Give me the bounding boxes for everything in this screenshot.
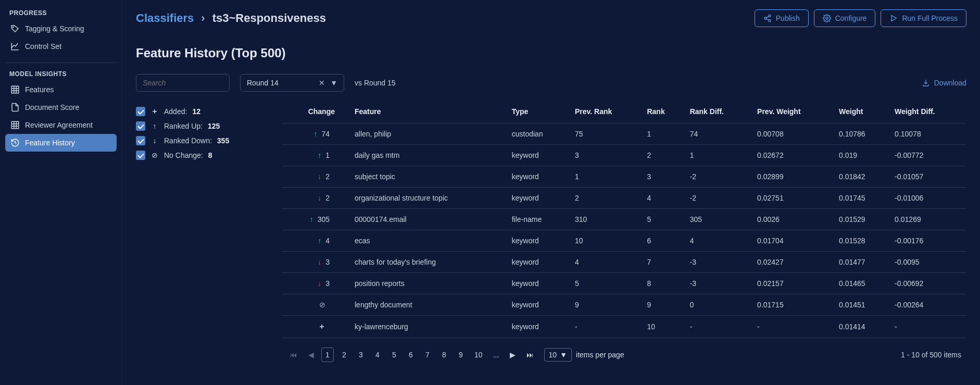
sidebar-item-control-set[interactable]: Control Set <box>5 38 117 55</box>
cell-prev-weight: 0.01704 <box>752 230 834 252</box>
plus-icon: ＋ <box>150 107 159 116</box>
sidebar-item-label: Document Score <box>25 103 79 111</box>
checkbox[interactable] <box>136 107 145 116</box>
svg-marker-7 <box>891 16 896 21</box>
page-number[interactable]: 4 <box>371 347 384 362</box>
sidebar-item-reviewer-agreement[interactable]: Reviewer Agreement <box>5 116 117 134</box>
grid-icon <box>10 85 20 94</box>
col-type[interactable]: Type <box>507 102 570 123</box>
cell-prev-rank: 5 <box>570 273 642 294</box>
sidebar-item-feature-history[interactable]: Feature History <box>5 134 117 152</box>
cell-feature: subject topic <box>349 166 507 188</box>
table-row[interactable]: ↑30500000174.emailfile-name31053050.0026… <box>282 209 966 230</box>
cell-weight: 0.01465 <box>834 273 889 294</box>
filter-no-change[interactable]: ⊘ No Change: 8 <box>136 148 271 163</box>
cell-type: keyword <box>507 188 570 209</box>
chevron-down-icon[interactable]: ▼ <box>330 79 337 87</box>
page-number[interactable]: 6 <box>405 347 417 362</box>
page-last-button[interactable]: ⏭ <box>523 347 537 362</box>
round-select[interactable]: Round 14 ✕ ▼ <box>240 74 344 92</box>
clear-icon[interactable]: ✕ <box>319 79 325 87</box>
arrow-down-icon: ↓ <box>318 172 321 181</box>
svg-point-3 <box>769 15 771 17</box>
cell-prev-rank: 3 <box>570 145 642 166</box>
filter-label: Ranked Up: <box>164 122 203 130</box>
table-row[interactable]: ↑74allen, philipcustodian751740.007080.1… <box>282 123 966 145</box>
toolbar: Round 14 ✕ ▼ vs Round 15 Download <box>136 74 966 92</box>
search-input[interactable] <box>136 74 230 92</box>
col-rank-diff[interactable]: Rank Diff. <box>685 102 752 123</box>
cell-prev-rank: 4 <box>570 252 642 273</box>
cell-prev-rank: 10 <box>570 230 642 252</box>
page-number[interactable]: 8 <box>438 347 450 362</box>
sidebar-item-tagging[interactable]: Tagging & Scoring <box>5 20 117 38</box>
table-row[interactable]: ↓3charts for today's briefingkeyword47-3… <box>282 252 966 273</box>
cell-rank-diff: - <box>685 316 752 338</box>
table-row[interactable]: ⊘lengthy documentkeyword9900.017150.0145… <box>282 294 966 316</box>
col-rank[interactable]: Rank <box>642 102 684 123</box>
linechart-icon <box>10 42 20 51</box>
cell-prev-weight: 0.01715 <box>752 294 834 316</box>
download-label: Download <box>934 79 966 87</box>
download-icon <box>922 79 930 87</box>
filter-ranked-up[interactable]: ↑ Ranked Up: 125 <box>136 119 271 133</box>
cell-weight: 0.01745 <box>834 188 889 209</box>
page-number[interactable]: 10 <box>471 347 486 362</box>
table-row[interactable]: ↑4ecaskeyword10640.017040.01528-0.00176 <box>282 230 966 252</box>
table-row[interactable]: ↓2organizational structure topickeyword2… <box>282 188 966 209</box>
sidebar-item-document-score[interactable]: Document Score <box>5 98 117 116</box>
table-row[interactable]: ↓2subject topickeyword13-20.028990.01842… <box>282 166 966 188</box>
breadcrumb-parent[interactable]: Classifiers <box>136 11 194 25</box>
cell-prev-weight: 0.02751 <box>752 188 834 209</box>
filter-label: No Change: <box>164 151 203 159</box>
checkbox[interactable] <box>136 136 145 145</box>
page-next-button[interactable]: ▶ <box>507 347 519 362</box>
configure-button[interactable]: Configure <box>814 9 876 27</box>
cell-prev-rank: 2 <box>570 188 642 209</box>
col-feature[interactable]: Feature <box>349 102 507 123</box>
sidebar-item-features[interactable]: Features <box>5 81 117 98</box>
download-button[interactable]: Download <box>922 79 966 87</box>
page-number[interactable]: 5 <box>388 347 400 362</box>
col-weight-diff[interactable]: Weight Diff. <box>889 102 966 123</box>
feature-table: Change Feature Type Prev. Rank Rank Rank… <box>282 102 966 338</box>
filter-count: 355 <box>217 136 229 145</box>
table-row[interactable]: ＋ky-lawrenceburgkeyword-10--0.01414- <box>282 316 966 338</box>
change-value: 305 <box>318 215 330 223</box>
col-prev-weight[interactable]: Prev. Weight <box>752 102 834 123</box>
document-icon <box>10 103 20 112</box>
page-number[interactable]: 3 <box>355 347 367 362</box>
sidebar: PROGRESS Tagging & Scoring Control Set M… <box>0 0 122 385</box>
col-prev-rank[interactable]: Prev. Rank <box>570 102 642 123</box>
arrow-up-icon: ↑ <box>318 237 321 245</box>
page-size-select[interactable]: 10 ▼ <box>544 348 572 362</box>
page-number[interactable]: 2 <box>338 347 350 362</box>
col-change[interactable]: Change <box>282 102 349 123</box>
cell-weight: 0.10786 <box>834 123 889 145</box>
cell-rank: 6 <box>642 230 684 252</box>
table-row[interactable]: ↑1daily gas mtmkeyword3210.026720.019-0.… <box>282 145 966 166</box>
cell-weight-diff: - <box>889 316 966 338</box>
page-prev-button[interactable]: ◀ <box>305 347 317 362</box>
table-row[interactable]: ↓3position reportskeyword58-30.021570.01… <box>282 273 966 294</box>
button-label: Configure <box>835 14 867 22</box>
cell-rank: 7 <box>642 252 684 273</box>
page-first-button[interactable]: ⏮ <box>287 347 300 362</box>
cell-type: keyword <box>507 145 570 166</box>
page-more[interactable]: ... <box>490 347 502 362</box>
page-number[interactable]: 9 <box>455 347 467 362</box>
cell-weight-diff: 0.01269 <box>889 209 966 230</box>
page-number[interactable]: 7 <box>421 347 434 362</box>
publish-button[interactable]: Publish <box>755 9 809 27</box>
checkbox[interactable] <box>136 151 145 160</box>
svg-point-0 <box>13 27 14 28</box>
svg-point-4 <box>764 17 767 19</box>
run-full-process-button[interactable]: Run Full Process <box>881 9 966 27</box>
cell-feature: 00000174.email <box>349 209 507 230</box>
filter-ranked-down[interactable]: ↓ Ranked Down: 355 <box>136 133 271 148</box>
filter-added[interactable]: ＋ Added: 12 <box>136 104 271 119</box>
page-number[interactable]: 1 <box>321 347 334 362</box>
change-value: 74 <box>321 130 330 138</box>
col-weight[interactable]: Weight <box>834 102 889 123</box>
checkbox[interactable] <box>136 121 145 131</box>
